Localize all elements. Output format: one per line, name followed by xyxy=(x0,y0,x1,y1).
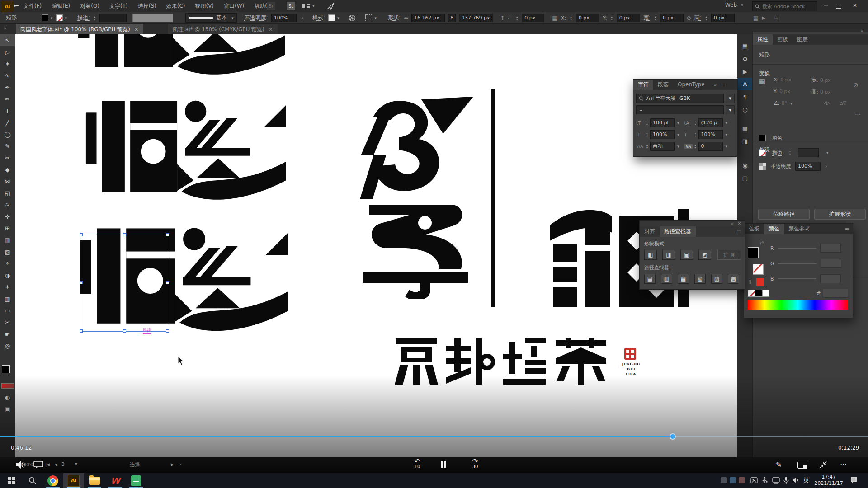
selection-handle[interactable] xyxy=(166,329,169,333)
bridge-icon[interactable]: Br xyxy=(267,2,275,10)
tab-overflow-icon[interactable]: » xyxy=(4,25,7,31)
ink-annotate-icon[interactable]: ✎ xyxy=(776,460,782,469)
artwork-guitu-middle[interactable] xyxy=(82,99,289,200)
g-channel-field[interactable] xyxy=(821,259,841,268)
stroke-weight-label[interactable]: 描边: xyxy=(77,14,90,22)
gradient-tool[interactable]: ▨ xyxy=(0,246,15,258)
panel-collapse-icon[interactable]: « xyxy=(731,221,733,226)
puppet-pin-tool[interactable]: ✛ xyxy=(0,211,15,222)
share-icon[interactable] xyxy=(326,2,335,10)
stroke-weight-stepper[interactable]: ▴▾ xyxy=(94,15,95,21)
zoom-tool[interactable]: ◎ xyxy=(0,340,15,352)
white-swatch[interactable] xyxy=(762,290,769,297)
gradient-panel-icon[interactable]: ◨ xyxy=(737,135,753,147)
prop-stroke-label[interactable]: 描边 xyxy=(772,150,782,156)
style-swatch[interactable]: ▾ xyxy=(328,14,340,21)
taskbar-search-button[interactable] xyxy=(22,473,42,488)
hand-tool[interactable]: ☛ xyxy=(0,328,15,340)
reference-point-icon[interactable]: ▦ xyxy=(552,14,557,21)
tray-app-icon[interactable] xyxy=(721,477,727,483)
paintbrush-tool[interactable]: ✎ xyxy=(0,140,15,152)
offset-path-button[interactable]: 位移路径 xyxy=(758,209,810,220)
hex-field[interactable] xyxy=(823,289,848,298)
opacity-field[interactable]: 100% xyxy=(271,14,297,22)
magic-wand-tool[interactable]: ✦ xyxy=(0,58,15,70)
corner-radius-field[interactable]: 0 px xyxy=(522,14,544,22)
pause-button[interactable] xyxy=(441,461,446,468)
paragraph-panel-icon[interactable]: ¶ xyxy=(737,90,753,103)
scale-tool[interactable]: ◱ xyxy=(0,187,15,199)
shape-height-field[interactable]: 137.769 px xyxy=(459,14,493,22)
prop-opacity-swatch[interactable] xyxy=(759,163,766,170)
eyedropper-tool[interactable]: ⌖ xyxy=(0,258,15,269)
canvas[interactable]: 路径 xyxy=(15,34,737,457)
taskbar-wps-doc-icon[interactable] xyxy=(126,473,146,488)
menu-edit[interactable]: 编辑(E) xyxy=(52,2,70,10)
opacity-chevron[interactable]: › xyxy=(302,14,304,21)
selection-handle[interactable] xyxy=(123,329,126,333)
prop-stroke-stepper[interactable]: ▴▾ xyxy=(789,150,791,155)
selection-handle[interactable] xyxy=(80,281,83,284)
recolor-artwork-icon[interactable] xyxy=(349,14,356,22)
kerning-stepper[interactable]: ▴▾ xyxy=(646,144,648,149)
tray-display-icon[interactable] xyxy=(772,477,780,484)
video-progress-handle[interactable] xyxy=(670,433,676,440)
previous-color-icon[interactable]: ⬆ xyxy=(748,279,752,285)
minus-back-button[interactable]: ▩ xyxy=(728,274,739,284)
stroke-weight-field[interactable] xyxy=(99,14,127,22)
ime-indicator[interactable]: 英 xyxy=(803,476,809,484)
swap-fill-stroke-icon[interactable]: ⇄ xyxy=(760,240,764,246)
menu-effect[interactable]: 效果(C) xyxy=(166,2,185,10)
document-tab-inactive[interactable]: 肌理.ai* @ 150% (CMYK/GPU 预览) × xyxy=(168,24,278,35)
tray-volume-icon[interactable] xyxy=(792,477,800,483)
opacity-label[interactable]: 不透明度: xyxy=(245,14,268,22)
ellipse-tool[interactable]: ◯ xyxy=(0,128,15,140)
reference-point-grid-icon[interactable]: ▦ xyxy=(759,77,765,85)
action-center-icon[interactable] xyxy=(850,477,858,484)
select-similar-control[interactable]: ▾ xyxy=(365,14,377,21)
artwork-dai[interactable] xyxy=(354,97,473,199)
opentype-tab[interactable]: OpenType xyxy=(673,80,709,90)
x-field[interactable]: 0 px xyxy=(576,14,599,22)
tray-app-icon[interactable] xyxy=(739,477,745,483)
maximize-button[interactable] xyxy=(836,4,841,9)
minus-front-button[interactable]: ◨ xyxy=(662,250,675,260)
black-swatch[interactable] xyxy=(755,290,762,297)
prop-stroke-field[interactable] xyxy=(798,148,819,157)
menu-object[interactable]: 对象(O) xyxy=(80,2,99,10)
type-tool[interactable]: T xyxy=(0,105,15,117)
tracking-field[interactable]: 0 xyxy=(698,142,723,151)
back-arrow-icon[interactable]: ← xyxy=(14,2,19,9)
kerning-field[interactable]: 自动 xyxy=(650,142,675,151)
tracking-stepper[interactable]: ▴▾ xyxy=(695,144,696,149)
artwork-divider-bar[interactable] xyxy=(491,89,495,307)
prop-h-value[interactable]: 0 px xyxy=(820,89,831,95)
h-field[interactable]: 0 px xyxy=(711,14,735,22)
close-button[interactable]: ✕ xyxy=(853,2,857,9)
skip-forward-button[interactable]: ↷ 30 xyxy=(468,459,482,472)
character-tab[interactable]: 字符 xyxy=(633,80,653,90)
status-first-artboard-icon[interactable]: |◀ xyxy=(45,462,50,467)
color-guide-tab[interactable]: 颜色参考 xyxy=(784,224,815,234)
taskbar-illustrator-icon[interactable]: Ai xyxy=(63,473,84,488)
unlink-icon[interactable]: ⊘ xyxy=(687,15,691,21)
mini-player-icon[interactable] xyxy=(797,462,807,469)
tab-layers[interactable]: 图层 xyxy=(793,34,812,45)
pen-tool[interactable]: ✒ xyxy=(0,81,15,93)
artwork-caption[interactable] xyxy=(393,338,609,385)
symbol-sprayer-tool[interactable]: ✳ xyxy=(0,281,15,293)
selection-tool[interactable]: ↖ xyxy=(0,34,15,46)
color-panel-icon[interactable]: ◉ xyxy=(737,159,753,172)
prop-x-value[interactable]: 0 px xyxy=(780,77,791,83)
tab-properties[interactable]: 属性 xyxy=(753,34,773,45)
font-size-stepper[interactable]: ▴▾ xyxy=(646,120,648,126)
character-panel-icon[interactable]: A xyxy=(737,78,753,90)
paragraph-tab[interactable]: 段落 xyxy=(653,80,673,90)
horizontal-scale-stepper[interactable]: ▴▾ xyxy=(695,132,696,137)
prop-angle-value[interactable]: 0° xyxy=(782,100,788,106)
distribute-icon[interactable]: ▶ xyxy=(762,15,765,20)
blend-tool[interactable]: ◑ xyxy=(0,269,15,281)
bar-menu-icon[interactable]: ≡ xyxy=(774,14,779,21)
subtitles-icon[interactable] xyxy=(33,461,43,469)
minimize-button[interactable]: − xyxy=(824,2,829,9)
